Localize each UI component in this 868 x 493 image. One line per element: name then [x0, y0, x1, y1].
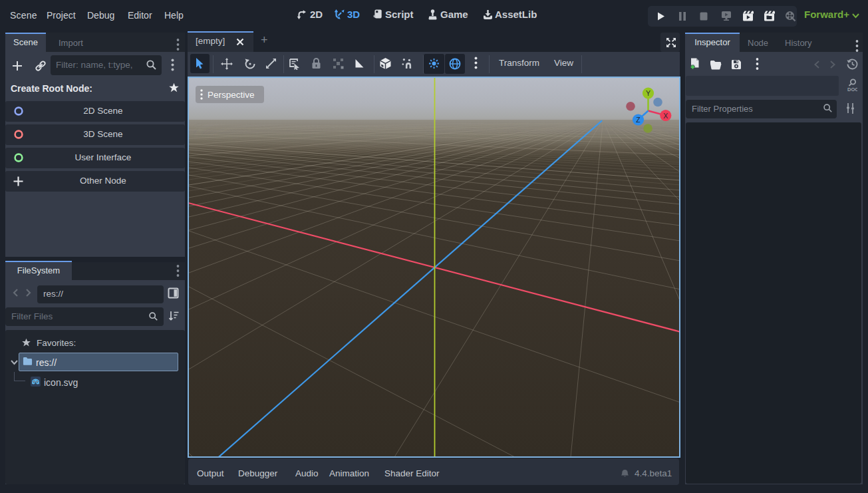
- svg-text:X: X: [663, 112, 668, 120]
- svg-text:DOC: DOC: [847, 86, 857, 92]
- svg-text:Y: Y: [646, 89, 651, 97]
- svg-text:Perspective: Perspective: [208, 90, 255, 100]
- svg-text:Z: Z: [636, 116, 641, 124]
